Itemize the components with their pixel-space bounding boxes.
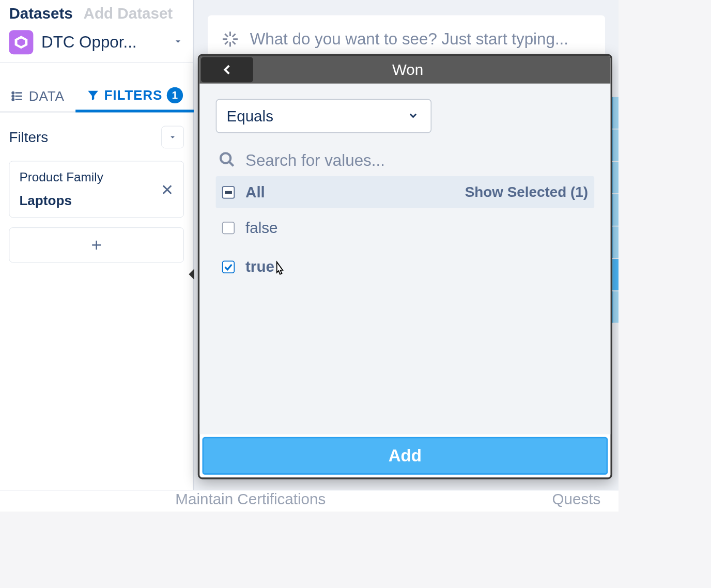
filters-count-badge: 1 <box>167 87 183 103</box>
operator-select[interactable]: Equals <box>216 99 432 133</box>
sidebar-tabs: DATA FILTERS 1 <box>0 81 193 113</box>
value-option-false[interactable]: false <box>216 208 595 247</box>
bottom-right-text: Quests <box>552 490 601 508</box>
all-label: All <box>245 183 465 201</box>
value-label: true <box>245 258 274 275</box>
close-icon[interactable]: ✕ <box>161 171 173 199</box>
bottom-left-text: Maintain Certifications <box>18 490 552 508</box>
bottom-strip: Maintain Certifications Quests <box>0 490 619 512</box>
panel-title: Won <box>254 56 610 84</box>
sidebar: Datasets Add Dataset DTC Oppor... DATA F… <box>0 0 194 494</box>
filters-menu-button[interactable] <box>161 126 184 149</box>
chevron-down-icon <box>407 107 419 125</box>
query-placeholder: What do you want to see? Just start typi… <box>250 29 568 49</box>
sparkle-icon <box>221 30 239 48</box>
add-button-label: Add <box>389 446 422 465</box>
dataset-selector[interactable]: DTC Oppor... <box>9 25 183 63</box>
filter-icon <box>86 88 100 102</box>
filter-card-product-family[interactable]: Product Family Laptops ✕ <box>9 161 183 218</box>
filter-field-label: Product Family <box>19 171 103 185</box>
svg-point-8 <box>221 153 230 163</box>
filter-value: Laptops <box>19 193 103 208</box>
background-chart-fragment <box>612 97 619 323</box>
checkbox-unchecked-icon[interactable] <box>222 221 235 234</box>
dataset-name: DTC Oppor... <box>41 33 164 52</box>
select-all-row[interactable]: All Show Selected (1) <box>216 176 595 208</box>
tab-filters-label: FILTERS <box>104 88 162 103</box>
show-selected-link[interactable]: Show Selected (1) <box>465 184 588 200</box>
value-label: false <box>245 219 277 237</box>
svg-line-9 <box>229 162 233 166</box>
tab-filters[interactable]: FILTERS 1 <box>75 81 194 113</box>
filters-section-title: Filters <box>9 129 48 145</box>
back-button[interactable] <box>201 57 253 82</box>
add-filter-button[interactable]: + <box>9 227 183 262</box>
dataset-icon <box>9 30 33 54</box>
plus-icon: + <box>91 235 101 255</box>
tab-data[interactable]: DATA <box>0 81 75 112</box>
checkbox-checked-icon[interactable] <box>222 260 235 273</box>
list-icon <box>11 89 24 103</box>
add-dataset-link[interactable]: Add Dataset <box>84 5 173 22</box>
svg-point-4 <box>12 96 14 97</box>
cursor-pointer-icon <box>271 261 287 282</box>
search-placeholder: Search for values... <box>245 151 385 170</box>
checkbox-indeterminate-icon[interactable] <box>222 186 235 198</box>
search-icon <box>219 151 236 170</box>
filter-value-panel: Won Equals Search for values... All Show… <box>198 54 612 479</box>
svg-point-6 <box>12 99 14 100</box>
operator-value: Equals <box>226 107 273 125</box>
datasets-heading: Datasets <box>9 5 72 22</box>
value-option-true[interactable]: true <box>216 247 595 287</box>
add-button[interactable]: Add <box>203 437 608 475</box>
caret-down-icon <box>172 36 184 49</box>
svg-point-2 <box>12 92 14 94</box>
tab-data-label: DATA <box>29 88 65 104</box>
value-search-input[interactable]: Search for values... <box>216 147 595 175</box>
